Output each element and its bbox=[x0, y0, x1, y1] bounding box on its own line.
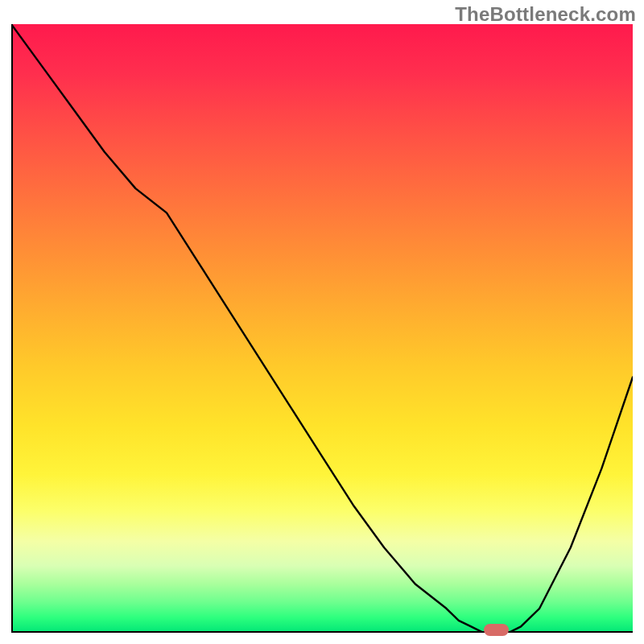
y-axis-line bbox=[11, 24, 13, 633]
bottleneck-curve bbox=[11, 24, 633, 633]
optimal-marker bbox=[484, 624, 509, 636]
watermark-text: TheBottleneck.com bbox=[455, 3, 636, 26]
x-axis-line bbox=[11, 631, 633, 633]
chart-container: TheBottleneck.com bbox=[0, 0, 644, 644]
